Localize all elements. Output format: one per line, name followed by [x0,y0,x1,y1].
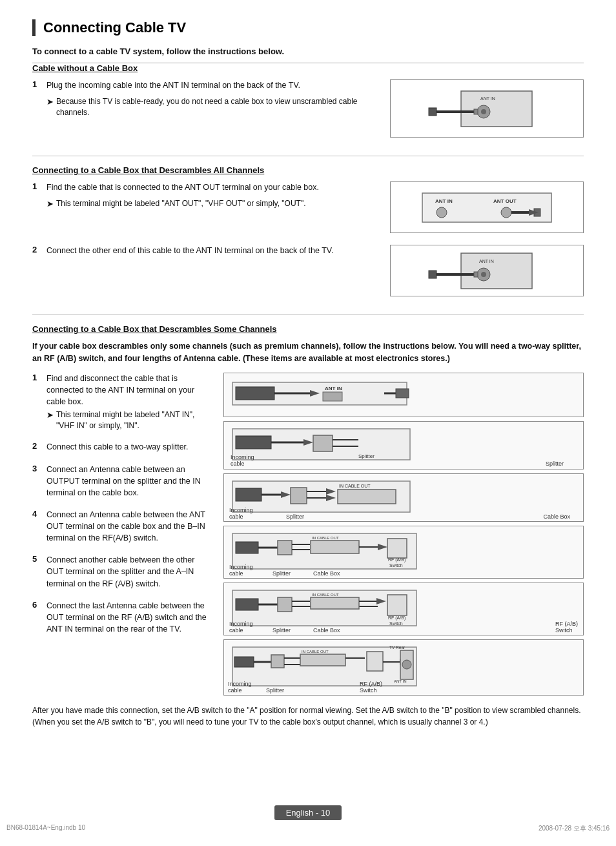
step-row: 5 Connect another cable between the othe… [32,554,213,589]
page-header: Connecting Cable TV [32,19,584,36]
page-title: Connecting Cable TV [43,19,584,36]
section2-step2-row: 2 Connect the other end of this cable to… [32,245,584,302]
step-num: 3 [32,464,43,473]
svg-text:Splitter: Splitter [358,453,375,459]
svg-rect-65 [278,597,292,612]
svg-rect-39 [236,488,262,501]
svg-text:ANT IN: ANT IN [435,198,453,204]
section3-intro: If your cable box descrambles only some … [32,340,584,365]
step-num: 1 [32,373,43,382]
svg-rect-72 [387,595,407,615]
svg-rect-0 [461,91,532,127]
partial-layout: 1 Find and disconnect the cable that is … [32,373,584,696]
diag-step3: IN CABLE OUT Incomingcable Splitter Cabl… [223,473,584,522]
svg-rect-50 [236,542,258,553]
step-text: Plug the incoming cable into the ANT IN … [46,79,300,91]
svg-rect-27 [323,392,342,401]
diag6-label-incoming: Incomingcable [228,681,252,694]
ant-in-diagram: ANT IN [390,79,584,138]
note-text: Because this TV is cable-ready, you do n… [56,96,377,118]
svg-rect-69 [311,597,359,609]
diag-step1: ANT IN [223,373,584,417]
svg-point-3 [481,109,486,114]
svg-text:RF (A/B): RF (A/B) [388,557,406,562]
section2-step1-row: 1 Find the cable that is connected to th… [32,181,584,238]
diag-step2: Splitter Incomingcable Splitter [223,421,584,469]
partial-step2: 2 Connect this cable to a two-way splitt… [32,441,213,453]
svg-rect-63 [236,599,258,610]
diag4-label-splitter: Splitter [272,570,291,577]
section1-diagram: ANT IN [390,79,584,143]
section2-title: Connecting to a Cable Box that Descrambl… [32,165,584,175]
svg-text:IN  CABLE  OUT: IN CABLE OUT [312,593,339,597]
step-num: 2 [32,245,43,254]
divider1 [32,156,584,156]
step-text: Find and disconnect the cable that is co… [46,373,213,408]
diag5-label-rfswitch: RF (A/B)Switch [555,621,578,634]
step-num: 1 [32,79,43,89]
diag2-svg: Splitter [229,426,423,463]
diag5-svg: IN CABLE OUT RF (A/B) Switch [229,587,423,629]
diag-step5: IN CABLE OUT RF (A/B) Switch Incomingcab… [223,583,584,635]
page-footer: English - 10 BN68-01814A~Eng.indb 10 200… [0,805,616,833]
svg-rect-48 [338,490,396,504]
svg-text:ANT IN: ANT IN [325,386,342,391]
diag5-label-incoming: Incomingcable [229,621,253,634]
svg-rect-42 [291,488,307,504]
section1-content: 1 Plug the incoming cable into the ANT I… [32,79,584,143]
section1: Cable without a Cable Box 1 Plug the inc… [32,63,584,143]
svg-text:ANT IN: ANT IN [394,679,407,683]
step-text: Connect this cable to a two-way splitter… [46,441,189,453]
diag6-label-rfswitch: RF (A/B)Switch [360,681,382,694]
section2-step1-note: ➤ This terminal might be labeled "ANT OU… [46,198,377,210]
ant-out-svg: ANT IN ANT OUT [416,187,558,229]
partial-steps-col: 1 Find and disconnect the cable that is … [32,373,213,646]
page-subtitle: To connect to a cable TV system, follow … [32,46,584,63]
step1-note: ➤ This terminal might be labeled "ANT IN… [46,409,213,431]
section2-steps2: 2 Connect the other end of this cable to… [32,245,377,262]
step-text: Find the cable that is connected to the … [46,181,319,193]
arrow-icon: ➤ [46,409,54,431]
svg-rect-59 [387,539,407,558]
section3: Connecting to a Cable Box that Descrambl… [32,324,584,728]
footer-meta: BN68-01814A~Eng.indb 10 2008-07-28 오후 3:… [0,824,616,833]
svg-text:Switch: Switch [389,621,403,626]
svg-point-11 [501,207,511,218]
ant-in-svg: ANT IN [422,85,551,133]
section2-diagram2: ANT IN [390,245,584,302]
note-text: This terminal might be labeled "ANT OUT"… [56,198,306,210]
section2: Connecting to a Cable Box that Descrambl… [32,165,584,302]
section3-title: Connecting to a Cable Box that Descrambl… [32,324,584,334]
arrow-icon: ➤ [46,198,54,210]
svg-text:IN  CABLE  OUT: IN CABLE OUT [302,650,329,654]
ant-in2-svg: ANT IN [422,250,551,292]
step-row: 2 Connect this cable to a two-way splitt… [32,441,213,453]
section1-step1-note: ➤ Because this TV is cable-ready, you do… [46,96,377,118]
svg-point-10 [436,207,447,218]
svg-rect-20 [429,271,436,278]
diag1-svg: ANT IN [229,377,423,411]
section1-steps: 1 Plug the incoming cable into the ANT I… [32,79,377,118]
section2-step1: 1 Find the cable that is connected to th… [32,181,377,193]
diag-step4: IN CABLE OUT RF (A/B) Switch Incomingcab… [223,526,584,579]
step-num: 4 [32,509,43,519]
svg-rect-84 [367,652,383,671]
step-text: Connect the last Antenna cable between t… [46,600,213,635]
svg-rect-31 [236,436,271,449]
svg-rect-6 [474,109,478,114]
divider2 [32,315,584,315]
svg-text:TV Rear: TV Rear [389,645,406,650]
svg-text:ANT IN: ANT IN [479,259,494,263]
partial-step6: 6 Connect the last Antenna cable between… [32,600,213,635]
svg-rect-23 [236,387,274,400]
svg-text:IN  CABLE  OUT: IN CABLE OUT [312,536,339,540]
footer-badge: English - 10 [274,805,342,820]
diag2-label-incoming: Incomingcable [231,454,254,467]
svg-rect-78 [271,655,284,668]
svg-rect-52 [278,541,292,555]
step-num: 2 [32,441,43,451]
diag4-label-cablebox: Cable Box [313,570,340,577]
step-num: 5 [32,554,43,564]
diag6-svg: IN CABLE OUT TV Rear ANT IN [229,644,423,689]
svg-rect-15 [461,253,532,289]
